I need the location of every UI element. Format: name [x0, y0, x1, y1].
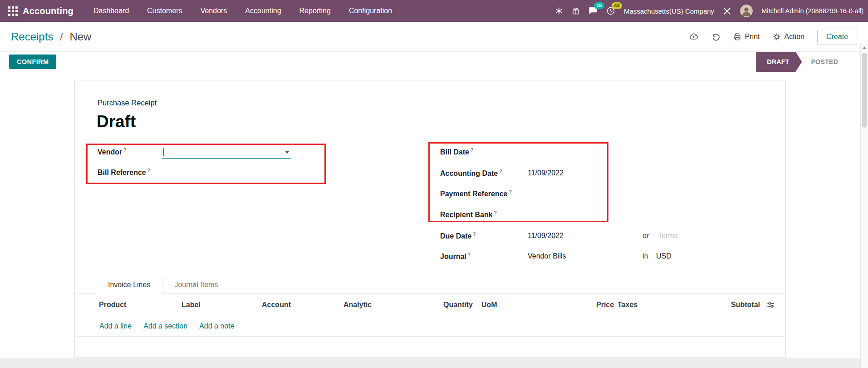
due-date-value[interactable]: 11/09/2022 [528, 230, 564, 242]
status-draft[interactable]: DRAFT [756, 52, 802, 72]
col-product: Product [99, 301, 126, 309]
activities-clock-icon[interactable]: 43 [606, 6, 615, 15]
status-posted[interactable]: POSTED [802, 52, 850, 72]
topbar-right-cluster: 15 43 Massachusetts(US) Company Mitchell… [555, 5, 863, 17]
recipient-bank-field-label: Recipient Bank? [440, 209, 497, 220]
accounting-date-value[interactable]: 11/09/2022 [528, 167, 564, 179]
bill-date-field-label: Bill Date? [440, 146, 473, 158]
help-icon: ? [468, 252, 471, 257]
text-cursor [163, 148, 164, 156]
confirm-button[interactable]: CONFIRM [9, 55, 56, 69]
help-icon: ? [494, 210, 497, 215]
help-icon: ? [509, 189, 512, 194]
user-avatar[interactable] [740, 5, 753, 17]
col-uom: UoM [481, 301, 497, 309]
app-name: Accounting [23, 6, 74, 16]
record-title: Draft [97, 112, 136, 131]
tab-invoice-lines[interactable]: Invoice Lines [96, 276, 162, 294]
print-button[interactable]: Print [733, 33, 760, 41]
help-icon: ? [471, 147, 473, 153]
discard-undo-icon[interactable] [711, 32, 721, 41]
col-analytic: Analytic [343, 301, 372, 309]
payment-terms-link[interactable]: Terms [658, 230, 678, 242]
below-sheet-strip [0, 358, 868, 368]
menu-customers[interactable]: Customers [147, 7, 182, 15]
top-navbar: Accounting Dashboard Customers Vendors A… [0, 0, 868, 22]
create-button[interactable]: Create [817, 29, 857, 45]
support-tools-icon[interactable] [723, 7, 731, 15]
help-icon: ? [123, 147, 126, 153]
apps-menu-button[interactable]: Accounting [0, 6, 80, 16]
add-a-section-link[interactable]: Add a section [143, 322, 187, 330]
save-cloud-icon[interactable] [689, 32, 699, 41]
help-icon: ? [499, 169, 502, 174]
help-icon: ? [473, 231, 476, 237]
receipt-sheet: Purchase Receipt Draft Vendor? Bill Refe… [74, 80, 786, 358]
help-icon: ? [147, 168, 150, 173]
messages-count-badge: 15 [594, 2, 604, 9]
menu-reporting[interactable]: Reporting [299, 7, 331, 15]
messages-icon[interactable]: 15 [588, 6, 598, 15]
col-account: Account [262, 301, 291, 309]
journal-field-label: Journal? [440, 250, 471, 262]
top-menu: Dashboard Customers Vendors Accounting R… [93, 7, 392, 15]
col-quantity: Quantity [443, 301, 473, 309]
form-view-background: Purchase Receipt Draft Vendor? Bill Refe… [0, 72, 868, 368]
user-menu[interactable]: Mitchell Admin (20888299-16-0-all) [761, 7, 863, 15]
gear-icon [773, 33, 781, 41]
activities-count-badge: 43 [612, 2, 622, 9]
menu-configuration[interactable]: Configuration [349, 7, 392, 15]
action-button[interactable]: Action [773, 33, 804, 41]
control-panel-right: Print Action Create [689, 29, 857, 45]
vertical-scrollbar[interactable] [860, 44, 868, 368]
lines-add-row: Add a line Add a section Add a note [75, 316, 785, 337]
control-panel: Receipts / New Print Action Create [0, 22, 868, 51]
col-taxes: Taxes [618, 301, 638, 309]
journal-in-text: in [642, 250, 648, 262]
status-widget: DRAFT POSTED [756, 52, 850, 72]
menu-accounting[interactable]: Accounting [245, 7, 281, 15]
breadcrumb-separator: / [60, 30, 63, 43]
col-subtotal: Subtotal [731, 301, 760, 309]
payment-reference-field-label: Payment Reference? [440, 188, 512, 199]
gift-icon[interactable] [572, 7, 580, 15]
printer-icon [733, 33, 741, 41]
accounting-date-field-label: Accounting Date? [440, 167, 502, 179]
breadcrumb: Receipts / New [11, 30, 91, 43]
lines-table-header: Product Label Account Analytic Quantity … [75, 294, 785, 316]
col-price: Price [596, 301, 614, 309]
breadcrumb-current: New [69, 30, 91, 43]
document-type-label: Purchase Receipt [98, 99, 157, 107]
add-a-note-link[interactable]: Add a note [199, 322, 234, 330]
add-a-line-link[interactable]: Add a line [99, 322, 132, 330]
company-switcher[interactable]: Massachusetts(US) Company [624, 7, 714, 15]
vendor-dropdown-icon[interactable] [285, 151, 289, 154]
journal-value[interactable]: Vendor Bills [528, 250, 566, 262]
due-date-field-label: Due Date? [440, 230, 476, 242]
bug-icon[interactable] [555, 7, 563, 15]
statusbar: CONFIRM DRAFT POSTED [0, 51, 868, 72]
menu-vendors[interactable]: Vendors [201, 7, 227, 15]
optional-columns-icon[interactable] [766, 301, 775, 309]
scrollbar-thumb[interactable] [862, 53, 867, 128]
col-label: Label [181, 301, 201, 309]
scroll-up-arrow-icon[interactable] [861, 44, 868, 52]
menu-dashboard[interactable]: Dashboard [93, 7, 129, 15]
vendor-input-wrap [162, 146, 291, 159]
due-date-or-text: or [642, 230, 649, 242]
bill-reference-field-label: Bill Reference? [98, 166, 150, 178]
notebook-tabs: Invoice Lines Journal Items [75, 276, 785, 294]
breadcrumb-receipts-link[interactable]: Receipts [11, 30, 53, 43]
vendor-field-label: Vendor? [98, 146, 127, 158]
vendor-input[interactable] [162, 146, 291, 158]
tab-journal-items[interactable]: Journal Items [162, 276, 230, 293]
apps-grid-icon [8, 6, 18, 16]
currency-value[interactable]: USD [656, 250, 672, 262]
